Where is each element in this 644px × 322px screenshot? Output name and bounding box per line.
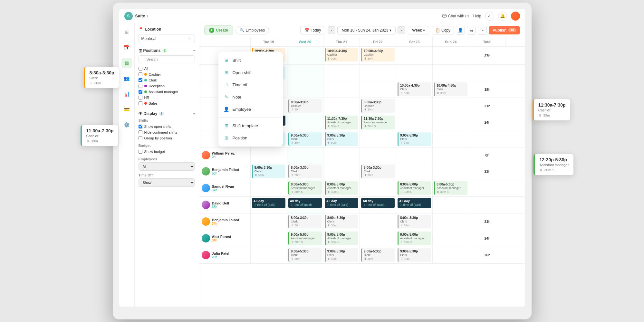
cal-cell[interactable]: 8:00a-5:00p Assistant manager ⏸ 30m S bbox=[287, 180, 323, 196]
cal-cell-sun[interactable] bbox=[433, 98, 469, 114]
cal-cell[interactable] bbox=[396, 163, 433, 180]
cal-cell-sun[interactable] bbox=[433, 131, 469, 147]
cal-cell[interactable] bbox=[433, 197, 469, 213]
cal-cell-sun[interactable] bbox=[433, 65, 469, 81]
shift-card[interactable]: 10:00a-4:30p Clerk ⏸ 30m bbox=[434, 82, 467, 96]
shift-card[interactable]: 8:00a-3:30p Cashier ⏸ 30m bbox=[288, 99, 322, 113]
cal-cell[interactable]: All day ☽ Time off (paid) bbox=[251, 197, 287, 213]
sidebar-schedule-icon[interactable]: ▦ bbox=[121, 58, 132, 68]
position-cashier[interactable]: Cashier bbox=[139, 71, 195, 77]
cal-cell[interactable] bbox=[360, 213, 396, 230]
show-open-shifts-checkbox[interactable] bbox=[139, 125, 142, 128]
position-assistant-manager[interactable]: Assistant manager bbox=[139, 89, 195, 95]
hide-confirmed-checkbox[interactable] bbox=[139, 130, 142, 134]
cal-cell-fri[interactable]: 11:30a-7:30p Assistant manager ⏸ 30m S bbox=[360, 114, 396, 130]
next-week-button[interactable]: › bbox=[398, 26, 405, 34]
sidebar-card-icon[interactable]: 💳 bbox=[121, 104, 132, 115]
cal-cell[interactable]: 8:00a-3:30p Clerk ⏸ 30m bbox=[287, 163, 323, 180]
cal-cell[interactable] bbox=[323, 163, 360, 180]
show-budget-item[interactable]: Show budget bbox=[139, 149, 195, 155]
cal-cell-wed[interactable] bbox=[287, 114, 323, 130]
hide-confirmed-shifts-item[interactable]: Hide confirmed shifts bbox=[139, 129, 195, 135]
position-sales[interactable]: Sales bbox=[139, 100, 195, 106]
group-by-position-checkbox[interactable] bbox=[139, 136, 142, 140]
shift-card[interactable]: 8:00a-3:30p Clerk ⏸ 30m bbox=[398, 215, 431, 228]
shift-card[interactable]: 8:00a-3:30p Clerk ⏸ 30m bbox=[252, 165, 285, 178]
cal-cell[interactable] bbox=[433, 147, 469, 163]
show-budget-checkbox[interactable] bbox=[139, 150, 142, 154]
cal-cell[interactable] bbox=[396, 147, 433, 163]
shift-card[interactable]: 8:00a-5:00p Assistant manager ⏸ 30m S bbox=[398, 181, 431, 195]
shift-card[interactable]: 10:00a-4:30p Clerk ⏸ 30m bbox=[398, 82, 431, 96]
position-all-checkbox[interactable] bbox=[139, 67, 142, 71]
cal-cell[interactable]: 8:00a-5:00p Assistant manager ⏸ 30m S bbox=[396, 180, 433, 196]
cal-cell[interactable] bbox=[251, 230, 287, 247]
shift-card[interactable]: 8:00a-3:30p Clerk ⏸ 30m bbox=[288, 215, 322, 228]
group-by-position-item[interactable]: Group by position bbox=[139, 135, 195, 141]
location-select[interactable]: Montreal bbox=[139, 34, 195, 43]
shift-card[interactable]: 9:00a-5:30p Clerk ⏸ 30m bbox=[398, 248, 431, 262]
help-button[interactable]: Help bbox=[473, 14, 481, 18]
shift-card[interactable]: 9:00a-5:00p Assistant manager ⏸ 30m S bbox=[398, 232, 431, 245]
create-button[interactable]: + Create bbox=[204, 25, 233, 35]
cal-cell[interactable]: 9:00a-5:30p Clerk ⏸ 30m bbox=[323, 247, 360, 263]
cal-cell-sat[interactable]: 9:00a-5:30p Clerk ⏸ 30m bbox=[396, 131, 433, 147]
cal-cell-sat[interactable] bbox=[396, 98, 433, 114]
cal-cell[interactable] bbox=[251, 147, 287, 163]
position-sales-checkbox[interactable] bbox=[139, 101, 142, 105]
cal-cell[interactable] bbox=[251, 247, 287, 263]
display-collapse-icon[interactable]: ▾ bbox=[193, 112, 195, 116]
cal-cell-fri[interactable] bbox=[360, 65, 396, 81]
shift-card[interactable]: 10:00a-4:30p Cashier ⏸ 30m bbox=[325, 48, 358, 62]
cal-cell-wed[interactable] bbox=[287, 65, 323, 81]
position-clerk[interactable]: Clerk bbox=[139, 77, 195, 83]
cal-cell[interactable]: 8:00a-3:30p Clerk ⏸ 30m bbox=[251, 163, 287, 180]
position-am-checkbox[interactable] bbox=[139, 90, 142, 94]
more-options-button[interactable]: ⋯ bbox=[478, 26, 487, 35]
cal-cell-sun[interactable] bbox=[433, 114, 469, 130]
today-button[interactable]: 📅 Today bbox=[300, 26, 325, 34]
shift-card-timeoff[interactable]: All day ☽ Time off (paid) bbox=[288, 198, 322, 208]
cal-cell[interactable]: 8:00a-3:30p Clerk ⏸ 30m bbox=[323, 213, 360, 230]
cal-cell-thu[interactable] bbox=[323, 98, 360, 114]
cal-cell[interactable]: All day ☽ Time off (paid) bbox=[323, 197, 360, 213]
cal-cell[interactable]: 8:00a-5:00p Assistant manager ⏸ 30m S bbox=[433, 180, 469, 196]
company-chevron-icon[interactable]: ▾ bbox=[147, 14, 148, 18]
shift-card[interactable]: 9:00a-5:30p Clerk ⏸ 30m bbox=[288, 132, 322, 146]
cal-cell-sat[interactable] bbox=[396, 65, 433, 81]
positions-collapse-icon[interactable]: ▾ bbox=[193, 49, 195, 52]
cal-cell[interactable] bbox=[251, 213, 287, 230]
shift-card[interactable]: 8:00a-5:00p Assistant manager ⏸ 30m S bbox=[325, 181, 358, 195]
shift-card[interactable]: 9:00a-5:30p Clerk ⏸ 30m bbox=[361, 248, 395, 262]
dropdown-shift-template[interactable]: ⊞ Shift template bbox=[218, 119, 283, 132]
employees-filter-pill[interactable]: 🔍 Employees bbox=[235, 26, 269, 34]
shift-card[interactable]: 8:00a-5:00p Assistant manager ⏸ 30m S bbox=[434, 181, 467, 195]
shift-card[interactable]: 8:00a-5:00p Assistant manager ⏸ 30m S bbox=[288, 181, 322, 195]
cal-cell[interactable]: 9:00a-5:00p Assistant manager ⏸ 30m S bbox=[287, 230, 323, 247]
sidebar-home-icon[interactable]: ⊞ bbox=[121, 27, 132, 37]
copy-button[interactable]: 📋 Copy bbox=[432, 26, 454, 34]
cal-cell-sat[interactable] bbox=[396, 47, 433, 64]
shift-card[interactable]: 9:00a-5:30p Clerk ⏸ 30m bbox=[288, 248, 322, 262]
user-avatar[interactable] bbox=[511, 12, 520, 21]
shift-card[interactable]: 8:00a-3:30p Clerk ⏸ 30m bbox=[325, 215, 358, 228]
publish-button[interactable]: Publish 18 bbox=[489, 26, 520, 34]
position-hr[interactable]: HR bbox=[139, 95, 195, 100]
position-clerk-checkbox[interactable] bbox=[139, 78, 142, 82]
cal-cell-wed[interactable]: 8:00a-3:30p Cashier ⏸ 30m bbox=[287, 98, 323, 114]
cal-cell[interactable]: 8:00a-3:30p Clerk ⏸ 30m bbox=[396, 213, 433, 230]
cal-cell-thu[interactable] bbox=[323, 81, 360, 97]
cal-cell-fri[interactable] bbox=[360, 81, 396, 97]
chat-button[interactable]: 💬 Chat with us bbox=[442, 14, 469, 18]
cal-cell-thu[interactable]: 11:30a-7:30p Assistant manager ⏸ 30m S bbox=[323, 114, 360, 130]
shift-card[interactable]: 9:00a-5:00p Assistant manager ⏸ 30m S bbox=[325, 232, 358, 245]
shift-card[interactable]: 9:00a-5:00p Assistant manager ⏸ 30m S bbox=[288, 232, 322, 245]
cal-cell-thu[interactable]: 10:00a-4:30p Cashier ⏸ 30m bbox=[323, 47, 360, 64]
shift-card[interactable]: 8:00a-3:30p Clerk ⏸ 30m bbox=[288, 165, 322, 178]
prev-week-button[interactable]: ‹ bbox=[328, 26, 335, 34]
cal-cell-fri[interactable]: 10:00a-4:30p Cashier ⏸ 30m bbox=[360, 47, 396, 64]
position-cashier-checkbox[interactable] bbox=[139, 72, 142, 76]
shift-card-timeoff[interactable]: All day ☽ Time off (paid) bbox=[361, 198, 395, 208]
cal-cell-sun[interactable]: 10:00a-4:30p Clerk ⏸ 30m bbox=[433, 81, 469, 97]
cal-cell[interactable]: All day ☽ Time off (paid) bbox=[396, 197, 433, 213]
